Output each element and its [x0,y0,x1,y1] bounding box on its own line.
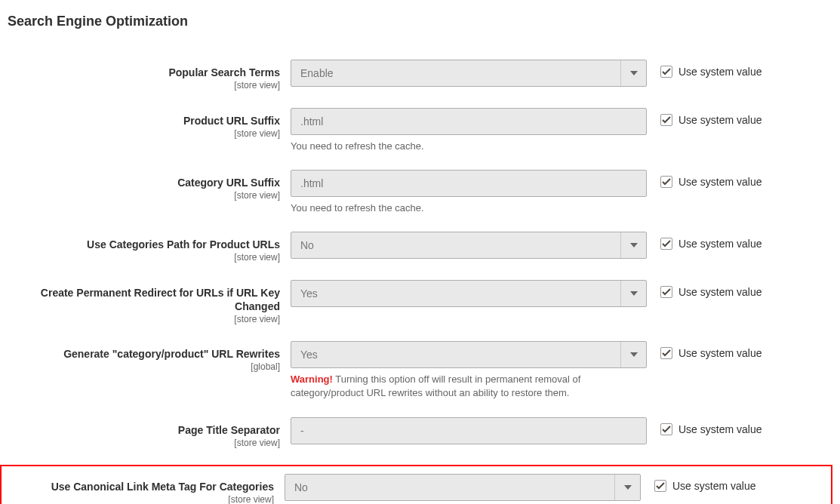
checkbox-use-system-value[interactable] [660,176,672,188]
checkbox-label: Use system value [678,347,762,359]
chevron-down-icon [620,281,646,306]
chevron-down-icon [620,60,646,86]
warning-text: Turning this option off will result in p… [291,373,580,398]
chevron-down-icon [620,232,646,258]
scope-label: [global] [8,361,280,372]
scope-label: [store view] [8,190,280,201]
checkbox-use-system-value[interactable] [654,480,666,492]
select-permanent-redirect[interactable]: Yes [291,280,647,307]
checkbox-label: Use system value [678,238,762,250]
label-product-url-suffix: Product URL Suffix [183,115,280,127]
scope-label: [store view] [8,128,280,139]
select-generate-rewrites[interactable]: Yes [291,341,647,368]
input-value: .html [300,177,323,189]
select-value: No [294,481,308,493]
hint-text: You need to refresh the cache. [291,201,647,215]
scope-label: [store view] [8,314,280,324]
checkbox-use-system-value[interactable] [660,114,672,126]
hint-warning: Warning! Turning this option off will re… [291,373,647,400]
label-page-title-separator: Page Title Separator [178,424,280,436]
select-canonical-categories[interactable]: No [285,474,641,501]
checkbox-use-system-value[interactable] [660,423,672,435]
select-value: Yes [300,287,318,300]
label-permanent-redirect: Create Permanent Redirect for URLs if UR… [41,287,280,312]
scope-label: [store view] [8,80,280,91]
scope-label: [store view] [8,252,280,263]
checkbox-label: Use system value [678,66,762,78]
label-canonical-categories: Use Canonical Link Meta Tag For Categori… [51,481,274,493]
checkbox-label: Use system value [672,480,755,492]
input-value: - [300,425,304,437]
label-use-categories-path: Use Categories Path for Product URLs [87,238,280,250]
input-page-title-separator[interactable]: - [291,417,647,444]
input-product-url-suffix[interactable]: .html [291,108,647,135]
checkbox-label: Use system value [678,114,762,126]
select-value: No [300,239,314,251]
input-value: .html [300,115,323,128]
chevron-down-icon [620,342,646,367]
select-popular-search-terms[interactable]: Enable [291,60,647,87]
label-category-url-suffix: Category URL Suffix [177,177,280,189]
scope-label: [store view] [2,494,274,504]
scope-label: [store view] [8,438,280,448]
checkbox-use-system-value[interactable] [660,286,672,298]
label-generate-rewrites: Generate "category/product" URL Rewrites [63,348,280,360]
checkbox-use-system-value[interactable] [660,66,672,78]
chevron-down-icon [614,475,640,500]
checkbox-label: Use system value [678,423,762,435]
input-category-url-suffix[interactable]: .html [291,170,647,197]
highlight-annotation: Use Canonical Link Meta Tag For Categori… [0,465,832,504]
label-popular-search-terms: Popular Search Terms [168,66,280,78]
warning-prefix: Warning! [291,373,333,385]
select-use-categories-path[interactable]: No [291,232,647,259]
section-title: Search Engine Optimization [8,14,825,29]
hint-text: You need to refresh the cache. [291,140,647,153]
checkbox-use-system-value[interactable] [660,347,672,359]
checkbox-label: Use system value [678,176,762,188]
checkbox-label: Use system value [678,286,762,298]
select-value: Enable [300,67,334,79]
checkbox-use-system-value[interactable] [660,238,672,250]
select-value: Yes [300,349,318,361]
